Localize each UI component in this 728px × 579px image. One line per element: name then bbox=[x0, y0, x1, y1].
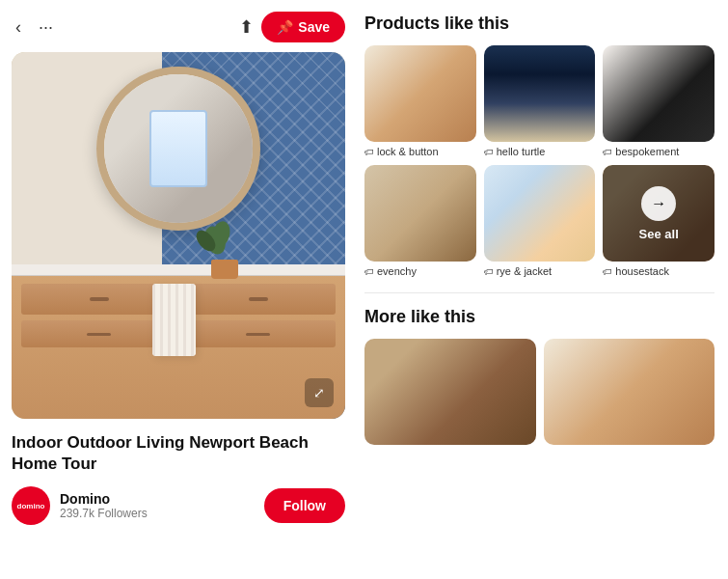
share-button[interactable]: ⬆ bbox=[239, 16, 254, 38]
product-image bbox=[364, 45, 476, 142]
left-panel: ‹ ··· ⬆ 📌 Save bbox=[0, 0, 357, 579]
more-button[interactable]: ··· bbox=[35, 14, 57, 41]
avatar[interactable]: domino bbox=[12, 486, 50, 525]
product-name: evenchy bbox=[377, 265, 417, 277]
products-section-title: Products like this bbox=[364, 14, 715, 34]
follow-button[interactable]: Follow bbox=[264, 488, 345, 523]
profile-followers: 239.7k Followers bbox=[60, 507, 148, 520]
product-image bbox=[603, 45, 715, 142]
plant-pot bbox=[211, 260, 238, 279]
bathroom-mirror bbox=[96, 67, 260, 231]
towel-stripe bbox=[152, 284, 196, 356]
more-card[interactable] bbox=[364, 339, 536, 445]
avatar-text: domino bbox=[17, 502, 45, 510]
profile-name: Domino bbox=[60, 491, 148, 507]
product-name: bespokement bbox=[615, 146, 679, 157]
product-label: 🏷 housestack bbox=[603, 265, 715, 277]
tag-icon: 🏷 bbox=[484, 147, 494, 157]
product-card[interactable]: 🏷 evenchy bbox=[364, 165, 476, 277]
save-label: Save bbox=[298, 19, 330, 35]
expand-icon[interactable]: ⤢ bbox=[305, 378, 334, 407]
product-name: housestack bbox=[615, 265, 669, 277]
top-bar-right: ⬆ 📌 Save bbox=[239, 12, 345, 42]
back-button[interactable]: ‹ bbox=[12, 14, 25, 41]
plant-leaves bbox=[191, 221, 239, 260]
see-all-image: → See all bbox=[603, 165, 715, 262]
product-image bbox=[364, 165, 476, 262]
wide-drawer bbox=[180, 320, 336, 347]
tag-icon: 🏷 bbox=[484, 266, 494, 277]
profile-info: Domino 239.7k Followers bbox=[60, 491, 148, 520]
tag-icon: 🏷 bbox=[603, 147, 612, 157]
product-card[interactable]: 🏷 rye & jacket bbox=[484, 165, 596, 277]
more-card[interactable] bbox=[544, 339, 715, 445]
top-bar: ‹ ··· ⬆ 📌 Save bbox=[12, 12, 345, 42]
product-label: 🏷 hello turtle bbox=[484, 146, 596, 157]
product-card[interactable]: 🏷 hello turtle bbox=[484, 45, 596, 157]
bathroom-image bbox=[12, 52, 345, 419]
product-card[interactable]: 🏷 lock & button bbox=[364, 45, 476, 157]
product-card[interactable]: 🏷 bespokement bbox=[603, 45, 715, 157]
product-label: 🏷 bespokement bbox=[603, 146, 715, 157]
more-section-title: More like this bbox=[364, 307, 715, 327]
products-grid: 🏷 lock & button 🏷 hello turtle 🏷 bespoke… bbox=[364, 45, 715, 277]
arrow-icon: → bbox=[651, 195, 666, 212]
see-all-text: See all bbox=[639, 227, 679, 241]
mirror-reflection bbox=[104, 74, 253, 223]
window-reflection bbox=[149, 110, 207, 187]
product-label: 🏷 rye & jacket bbox=[484, 265, 596, 277]
product-name: hello turtle bbox=[497, 146, 546, 157]
tag-icon: 🏷 bbox=[603, 266, 612, 277]
pin-icon: 📌 bbox=[277, 19, 293, 35]
divider bbox=[364, 292, 715, 293]
product-label: 🏷 lock & button bbox=[364, 146, 476, 157]
towel bbox=[152, 284, 196, 356]
profile-left: domino Domino 239.7k Followers bbox=[12, 486, 148, 525]
tag-icon: 🏷 bbox=[364, 266, 374, 277]
main-image: ⤢ bbox=[12, 52, 345, 419]
product-name: rye & jacket bbox=[497, 265, 552, 277]
save-button[interactable]: 📌 Save bbox=[261, 12, 345, 42]
see-all-card[interactable]: → See all 🏷 housestack bbox=[603, 165, 715, 277]
plant bbox=[201, 221, 249, 279]
more-grid bbox=[364, 339, 715, 445]
drawer bbox=[180, 284, 336, 315]
product-name: lock & button bbox=[377, 146, 439, 157]
top-bar-left: ‹ ··· bbox=[12, 14, 57, 41]
see-all-overlay: → See all bbox=[603, 165, 715, 262]
right-panel: Products like this 🏷 lock & button 🏷 hel… bbox=[357, 0, 728, 579]
product-label: 🏷 evenchy bbox=[364, 265, 476, 277]
vanity-countertop bbox=[12, 264, 345, 276]
product-image bbox=[484, 45, 596, 142]
profile-row: domino Domino 239.7k Followers Follow bbox=[12, 486, 345, 525]
tag-icon: 🏷 bbox=[364, 147, 374, 157]
product-image bbox=[484, 165, 596, 262]
see-all-arrow-circle: → bbox=[641, 186, 676, 221]
pin-title: Indoor Outdoor Living Newport Beach Home… bbox=[12, 432, 345, 475]
